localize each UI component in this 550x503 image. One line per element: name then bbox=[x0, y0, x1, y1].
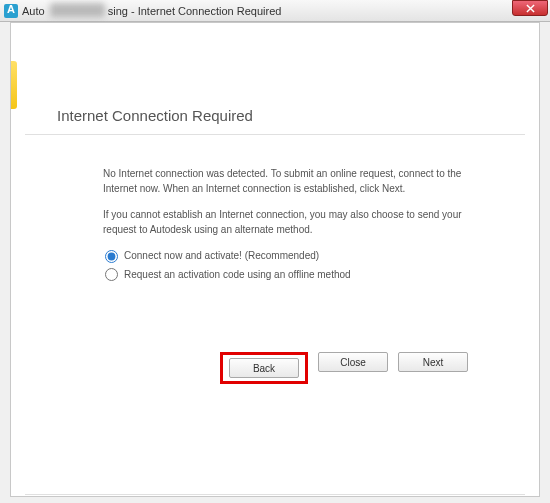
option-connect-now-label[interactable]: Connect now and activate! (Recommended) bbox=[124, 249, 319, 264]
window-close-button[interactable] bbox=[512, 0, 548, 16]
back-button[interactable]: Back bbox=[229, 358, 299, 378]
title-suffix: sing - Internet Connection Required bbox=[108, 5, 282, 17]
next-button[interactable]: Next bbox=[398, 352, 468, 372]
button-row: Back Close Next bbox=[203, 352, 485, 384]
title-prefix: Auto bbox=[22, 5, 45, 17]
dialog-body: Internet Connection Required No Internet… bbox=[10, 22, 540, 497]
info-para-2: If you cannot establish an Internet conn… bbox=[103, 208, 485, 237]
activation-options: Connect now and activate! (Recommended) … bbox=[103, 249, 485, 282]
app-icon bbox=[4, 4, 18, 18]
side-marker bbox=[11, 61, 17, 109]
window-titlebar: Auto sing - Internet Connection Required bbox=[0, 0, 550, 22]
option-offline-radio[interactable] bbox=[105, 268, 118, 281]
option-connect-now-radio[interactable] bbox=[105, 250, 118, 263]
footer: Copyright 2016 Autodesk, Inc. All rights… bbox=[25, 494, 525, 497]
title-blur bbox=[50, 5, 105, 17]
option-offline-label[interactable]: Request an activation code using an offl… bbox=[124, 268, 351, 283]
close-button[interactable]: Close bbox=[318, 352, 388, 372]
close-icon bbox=[526, 4, 535, 13]
page-title: Internet Connection Required bbox=[57, 107, 525, 124]
info-para-1: No Internet connection was detected. To … bbox=[103, 167, 485, 196]
highlight-back: Back bbox=[220, 352, 308, 384]
window-title: Auto sing - Internet Connection Required bbox=[22, 5, 281, 17]
